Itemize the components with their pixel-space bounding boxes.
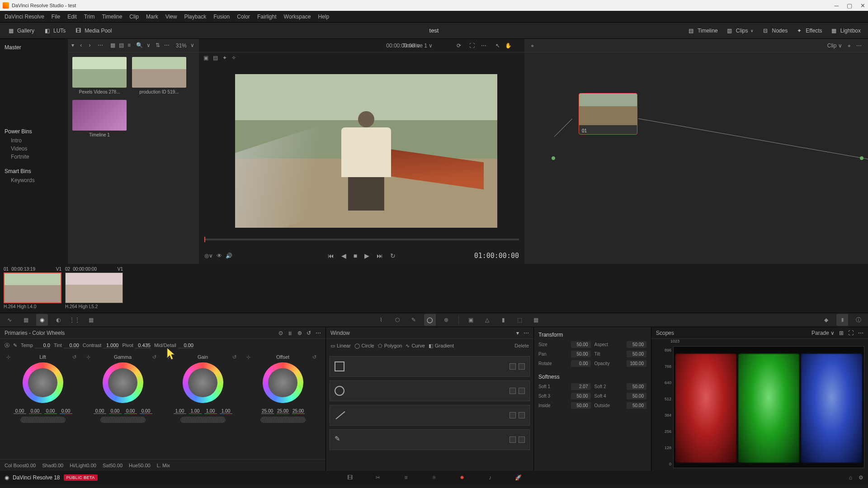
wheel-value[interactable]: 1.00 bbox=[174, 408, 186, 414]
wheel-value[interactable]: 0.00 bbox=[124, 408, 137, 414]
window-close[interactable]: ✕ bbox=[860, 2, 865, 9]
nav-back-icon[interactable]: ‹ bbox=[80, 42, 85, 49]
wheel-value[interactable]: 0.00 bbox=[29, 408, 42, 414]
softness-value[interactable]: 2.07 bbox=[571, 383, 591, 390]
picker-icon[interactable]: ⊹ bbox=[86, 354, 90, 360]
jog-wheel[interactable] bbox=[260, 417, 306, 423]
menu-color[interactable]: Color bbox=[237, 14, 250, 20]
picker-icon[interactable]: ⊹ bbox=[246, 354, 250, 360]
zoom-level[interactable]: 31% bbox=[176, 42, 187, 49]
hdr-tool-icon[interactable]: ◐ bbox=[52, 314, 64, 326]
shad-value[interactable]: 0.00 bbox=[54, 463, 63, 468]
warper-icon[interactable]: ⬡ bbox=[392, 314, 403, 326]
wheel-value[interactable]: 25.00 bbox=[261, 408, 274, 414]
3d-icon[interactable]: ▦ bbox=[530, 314, 542, 326]
page-fairlight[interactable]: ♪ bbox=[486, 473, 495, 482]
magic-mask-icon[interactable]: ▣ bbox=[465, 314, 477, 326]
wheels-tool-icon[interactable]: ◉ bbox=[36, 314, 48, 326]
reset-icon[interactable]: ↺ bbox=[152, 354, 156, 360]
transform-value[interactable]: 50.00 bbox=[571, 341, 591, 348]
window-delete-button[interactable]: Delete bbox=[514, 343, 529, 348]
window-item-line[interactable] bbox=[330, 405, 530, 426]
hilight-value[interactable]: 0.00 bbox=[87, 463, 96, 468]
timeline-button[interactable]: ▤Timeline bbox=[685, 25, 721, 36]
middetail-value[interactable]: 0.00 bbox=[178, 343, 193, 348]
blur-icon[interactable]: △ bbox=[481, 314, 493, 326]
pool-dropdown-icon[interactable]: ▾ bbox=[71, 42, 76, 49]
menu-workspace[interactable]: Workspace bbox=[284, 14, 311, 20]
picker-icon[interactable]: ⊹ bbox=[6, 354, 10, 360]
menu-fusion[interactable]: Fusion bbox=[213, 14, 230, 20]
transform-value[interactable]: 100.00 bbox=[627, 360, 646, 367]
menu-fairlight[interactable]: Fairlight bbox=[257, 14, 277, 20]
menu-view[interactable]: View bbox=[165, 14, 177, 20]
window-minimize[interactable]: ─ bbox=[835, 2, 839, 9]
window-item-circle[interactable] bbox=[330, 380, 530, 401]
scopes-more-icon[interactable]: ⋯ bbox=[858, 330, 863, 336]
shape-gradient[interactable]: ◧ Gradient bbox=[429, 343, 454, 349]
node-clip-dropdown[interactable]: Clip ∨ bbox=[827, 42, 842, 49]
viewer-frame[interactable] bbox=[235, 74, 497, 228]
info-icon[interactable]: ⓘ bbox=[853, 314, 864, 326]
color-wheel[interactable] bbox=[263, 362, 303, 403]
reset-icon[interactable]: ↺ bbox=[312, 354, 316, 360]
wand-icon[interactable]: ✧ bbox=[231, 55, 236, 61]
shape-polygon[interactable]: ⬠ Polygon bbox=[378, 343, 402, 349]
picker-icon[interactable]: ✎ bbox=[13, 343, 17, 348]
auto-balance-icon[interactable]: Ⓐ bbox=[5, 342, 9, 349]
curves-tool-icon[interactable]: ∿ bbox=[4, 314, 15, 326]
temp-value[interactable]: 0.0 bbox=[35, 343, 50, 348]
effects-button[interactable]: ✦Effects bbox=[793, 25, 825, 36]
stop-button[interactable]: ■ bbox=[354, 252, 357, 259]
wheel-value[interactable]: 0.00 bbox=[140, 408, 152, 414]
color-wheel[interactable] bbox=[103, 362, 143, 403]
rgb-tool-icon[interactable]: ⋮⋮ bbox=[69, 314, 80, 326]
page-cut[interactable]: ✂ bbox=[373, 473, 382, 482]
jog-wheel[interactable] bbox=[20, 417, 66, 423]
menu-mark[interactable]: Mark bbox=[146, 14, 158, 20]
media-clip-timeline[interactable]: Timeline 1 bbox=[72, 100, 127, 137]
shape-linear[interactable]: ▭ Linear bbox=[330, 343, 351, 349]
key-icon[interactable]: ▮ bbox=[498, 314, 509, 326]
window-preset-icon[interactable]: ▾ bbox=[516, 330, 519, 336]
keyframe-icon[interactable]: ◆ bbox=[820, 314, 832, 326]
loop-button[interactable]: ↻ bbox=[390, 252, 396, 259]
color-wheel[interactable] bbox=[23, 362, 63, 403]
zoom-chevron-icon[interactable]: ∨ bbox=[190, 42, 195, 49]
menu-clip[interactable]: Clip bbox=[129, 14, 139, 20]
viewer-unmute-icon[interactable]: 👁 bbox=[217, 253, 222, 259]
window-maximize[interactable]: ▢ bbox=[847, 2, 852, 9]
power-bin-videos[interactable]: Videos bbox=[5, 145, 63, 152]
viewer-bypass-icon[interactable]: ⟳ bbox=[457, 42, 461, 49]
corrector-node[interactable]: 01 bbox=[579, 93, 637, 135]
reset-icon[interactable]: ↺ bbox=[232, 354, 236, 360]
scopes-cw-icon[interactable]: ⊞ bbox=[839, 330, 844, 336]
clips-button[interactable]: ▥Clips ∨ bbox=[723, 25, 757, 36]
motion-tool-icon[interactable]: ▦ bbox=[85, 314, 97, 326]
wheel-value[interactable]: 1.00 bbox=[189, 408, 202, 414]
transform-value[interactable]: 50.00 bbox=[571, 351, 591, 357]
viewer-timecode-header[interactable]: 00:00:00:00 ∨ bbox=[386, 42, 420, 49]
sat-value[interactable]: 50.00 bbox=[110, 463, 123, 468]
wheel-value[interactable]: 25.00 bbox=[292, 408, 305, 414]
page-edit[interactable]: ≡ bbox=[401, 473, 410, 482]
page-color[interactable]: ✸ bbox=[458, 473, 467, 482]
viewer-expand-icon[interactable]: ⛶ bbox=[469, 42, 475, 49]
cursor-arrow-icon[interactable]: ↖ bbox=[495, 42, 500, 49]
softness-value[interactable]: 50.00 bbox=[571, 402, 591, 409]
wheel-value[interactable]: 0.00 bbox=[44, 408, 57, 414]
softness-value[interactable]: 50.00 bbox=[627, 402, 646, 409]
page-fusion[interactable]: ⚛ bbox=[429, 473, 439, 482]
scopes-mode-dropdown[interactable]: Parade ∨ bbox=[811, 330, 835, 336]
wheels-mode-2-icon[interactable]: ⫼ bbox=[288, 330, 293, 336]
wheel-value[interactable]: 0.00 bbox=[109, 408, 122, 414]
wheel-value[interactable]: 0.00 bbox=[14, 408, 26, 414]
menu-file[interactable]: File bbox=[52, 14, 60, 20]
colboost-value[interactable]: 0.00 bbox=[26, 463, 36, 468]
more-icon[interactable]: ⋯ bbox=[98, 42, 103, 49]
window-item-linear[interactable] bbox=[330, 356, 530, 377]
clip-thumbnail[interactable]: 0200:00:00:00V1 H.264 High L5.2 bbox=[65, 267, 123, 310]
node-more-icon[interactable]: ⋯ bbox=[856, 42, 862, 49]
wheel-value[interactable]: 25.00 bbox=[277, 408, 289, 414]
more2-icon[interactable]: ⋯ bbox=[164, 42, 170, 49]
